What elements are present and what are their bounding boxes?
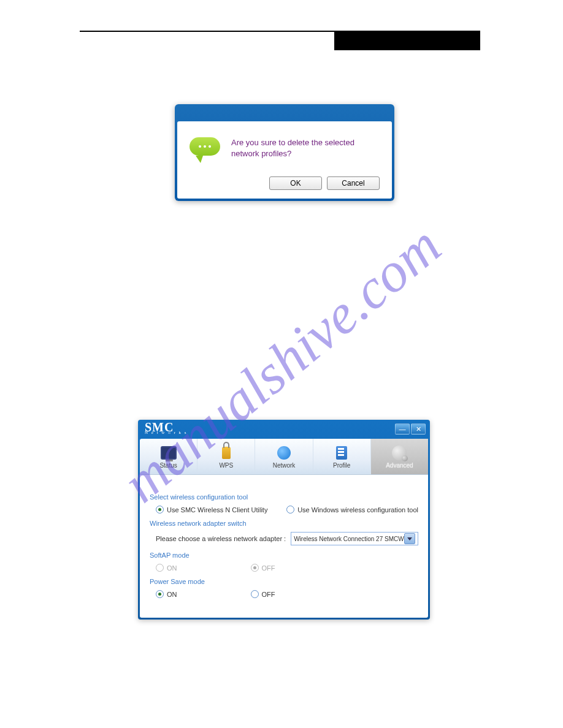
adapter-select-value: Wireless Network Connection 27 SMCWPCI-N…	[294, 536, 404, 542]
speech-bubble-icon	[190, 137, 220, 159]
monitor-icon	[161, 445, 177, 461]
radio-power-on-label: ON	[167, 591, 177, 598]
confirm-message: Are you sure to delete the selected netw…	[231, 137, 380, 159]
radio-softap-on-label: ON	[167, 564, 177, 572]
adapter-select[interactable]: Wireless Network Connection 27 SMCWPCI-N…	[291, 532, 418, 545]
chevron-down-icon	[404, 533, 415, 544]
tab-status[interactable]: Status	[140, 439, 197, 474]
tab-network-label: Network	[273, 462, 296, 469]
radio-use-smc-label: Use SMC Wireless N Client Utility	[167, 506, 267, 514]
header-black-box	[334, 32, 480, 50]
tab-network[interactable]: Network	[255, 439, 313, 474]
tab-status-label: Status	[159, 462, 177, 469]
tab-advanced-label: Advanced	[386, 462, 413, 469]
radio-use-windows-label: Use Windows wireless configuration tool	[297, 506, 418, 514]
radio-softap-off-label: OFF	[262, 564, 275, 572]
confirm-dialog-titlebar[interactable]	[177, 107, 392, 121]
confirm-dialog: Are you sure to delete the selected netw…	[175, 104, 394, 201]
radio-power-on[interactable]: ON	[156, 590, 177, 598]
tab-wps[interactable]: WPS	[197, 439, 255, 474]
tab-profile-label: Profile	[333, 462, 350, 469]
radio-softap-off: OFF	[251, 564, 275, 572]
section-adapter-switch: Wireless network adapter switch	[150, 520, 418, 527]
tab-profile[interactable]: Profile	[313, 439, 371, 474]
smc-utility-window: SMC N e t w o r k s — ✕ Status WPS Netwo…	[138, 420, 430, 620]
gears-icon	[391, 445, 407, 461]
ok-button[interactable]: OK	[269, 176, 322, 190]
window-titlebar[interactable]: SMC N e t w o r k s — ✕	[140, 422, 428, 439]
radio-softap-on: ON	[156, 564, 177, 572]
tab-advanced[interactable]: Advanced	[371, 439, 428, 474]
cancel-button[interactable]: Cancel	[327, 176, 380, 190]
confirm-dialog-content: Are you sure to delete the selected netw…	[177, 121, 392, 199]
tab-toolbar: Status WPS Network Profile Advanced	[140, 439, 428, 475]
section-power-save: Power Save mode	[150, 578, 418, 585]
radio-power-off[interactable]: OFF	[251, 590, 275, 598]
globe-icon	[276, 445, 292, 461]
tab-wps-label: WPS	[219, 462, 233, 469]
minimize-button[interactable]: —	[395, 423, 410, 434]
lock-icon	[218, 445, 234, 461]
radio-use-smc[interactable]: Use SMC Wireless N Client Utility	[156, 506, 267, 514]
section-softap: SoftAP mode	[150, 552, 418, 559]
close-button[interactable]: ✕	[411, 423, 426, 434]
radio-use-windows[interactable]: Use Windows wireless configuration tool	[286, 506, 418, 514]
adapter-label: Please choose a wireless network adapter…	[156, 535, 286, 542]
smc-logo: SMC N e t w o r k s	[145, 423, 187, 435]
advanced-panel: Select wireless configuration tool Use S…	[140, 475, 428, 618]
profile-icon	[334, 445, 350, 461]
section-config-tool: Select wireless configuration tool	[150, 493, 418, 501]
smc-logo-sub: N e t w o r k s	[145, 430, 187, 435]
radio-power-off-label: OFF	[262, 591, 275, 598]
